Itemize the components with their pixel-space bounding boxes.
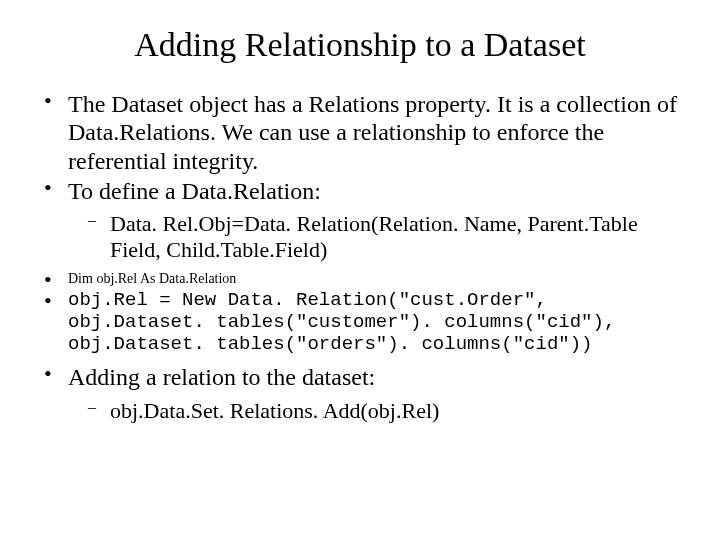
slide: Adding Relationship to a Dataset The Dat…	[0, 0, 720, 540]
sub-bullet-item: obj.Data.Set. Relations. Add(obj.Rel)	[88, 398, 680, 424]
bullet-list: The Dataset object has a Relations prope…	[40, 90, 680, 424]
bullet-text-code: obj.Rel = New Data. Relation("cust.Order…	[68, 289, 615, 355]
bullet-item: obj.Rel = New Data. Relation("cust.Order…	[40, 290, 680, 356]
bullet-item: To define a Data.Relation: Data. Rel.Obj…	[40, 177, 680, 263]
bullet-item: Adding a relation to the dataset: obj.Da…	[40, 363, 680, 423]
bullet-text: The Dataset object has a Relations prope…	[68, 91, 677, 174]
sub-bullet-item: Data. Rel.Obj=Data. Relation(Relation. N…	[88, 211, 680, 263]
sub-bullet-list: Data. Rel.Obj=Data. Relation(Relation. N…	[88, 211, 680, 263]
slide-title: Adding Relationship to a Dataset	[40, 26, 680, 64]
sub-bullet-text: Data. Rel.Obj=Data. Relation(Relation. N…	[110, 211, 638, 262]
bullet-text-small: Dim obj.Rel As Data.Relation	[68, 271, 236, 286]
sub-bullet-list: obj.Data.Set. Relations. Add(obj.Rel)	[88, 398, 680, 424]
bullet-text: To define a Data.Relation:	[68, 178, 321, 204]
sub-bullet-text: obj.Data.Set. Relations. Add(obj.Rel)	[110, 398, 439, 423]
bullet-text: Adding a relation to the dataset:	[68, 364, 375, 390]
bullet-item: The Dataset object has a Relations prope…	[40, 90, 680, 175]
bullet-item: Dim obj.Rel As Data.Relation	[40, 269, 680, 288]
